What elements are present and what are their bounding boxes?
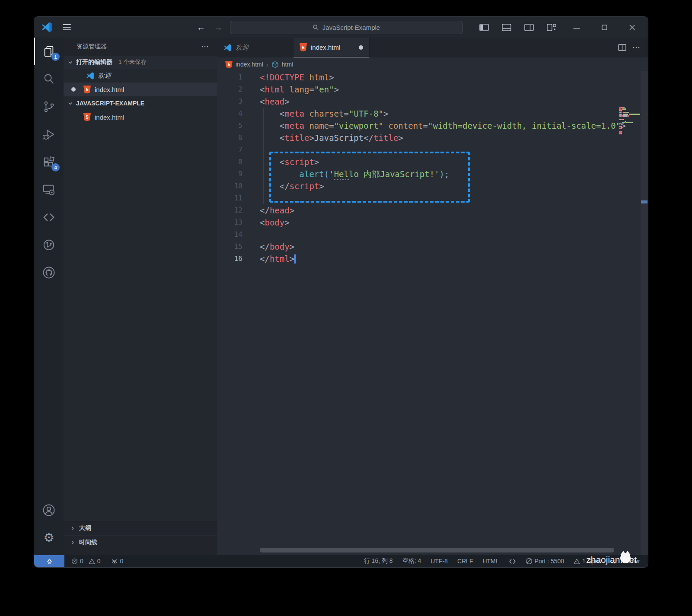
line-number: 2 — [217, 83, 242, 95]
code-line-16[interactable]: 16</html> — [217, 253, 648, 265]
breadcrumb-file[interactable]: index.html — [236, 61, 263, 68]
command-center-search[interactable]: JavaScript-Example — [230, 21, 462, 34]
tab-indexhtml[interactable]: 5 index.html — [293, 38, 370, 57]
status-bar: 0 0 0 行 16, 列 8 空格: 4 UTF-8 CRLF HTML Po… — [34, 555, 648, 567]
line-number: 13 — [217, 216, 242, 229]
open-editor-label: index.html — [95, 86, 124, 93]
line-number: 6 — [217, 132, 242, 144]
error-count: 0 — [80, 558, 83, 565]
activity-explorer[interactable]: 1 — [34, 38, 64, 65]
open-editor-welcome[interactable]: 欢迎 — [64, 69, 217, 83]
open-editors-label: 打开的编辑器 — [76, 58, 112, 66]
open-editor-label: 欢迎 — [98, 72, 111, 80]
breadcrumb-node[interactable]: html — [282, 61, 293, 68]
minimap[interactable] — [619, 107, 640, 167]
activity-github[interactable] — [34, 259, 64, 286]
back-arrow-icon[interactable]: ← — [195, 22, 207, 32]
symbol-cube-icon — [271, 61, 279, 68]
title-bar-right: — — [474, 19, 648, 36]
live-server-port[interactable]: Port : 5500 — [526, 558, 564, 565]
vertical-scrollbar[interactable] — [641, 71, 648, 555]
open-editors-section[interactable]: 打开的编辑器 1 个未保存 — [64, 56, 217, 69]
search-text: JavaScript-Example — [322, 24, 380, 31]
code-line-4[interactable]: 4 <meta charset="UTF-8"> — [217, 108, 648, 120]
menu-icon[interactable] — [63, 24, 71, 30]
breadcrumb: 5 index.html › html — [217, 57, 648, 71]
toggle-sidebar-icon[interactable] — [474, 20, 494, 35]
settings-button[interactable]: ⚙ — [34, 524, 64, 552]
eol-sequence[interactable]: CRLF — [457, 558, 473, 565]
activity-run-debug[interactable] — [34, 121, 64, 148]
activity-live-server[interactable] — [34, 203, 64, 231]
code-editor[interactable]: 1<!DOCTYPE html>2<html lang="en">3<head>… — [217, 71, 648, 555]
code-line-7[interactable]: 7 — [217, 144, 648, 156]
line-content: </script> — [260, 180, 324, 192]
account-icon — [42, 503, 56, 517]
line-number: 1 — [217, 71, 242, 83]
html5-file-icon: 5 — [225, 61, 233, 68]
toggle-secondary-sidebar-icon[interactable] — [519, 20, 539, 35]
code-line-10[interactable]: 10 </script> — [217, 180, 648, 192]
account-button[interactable] — [34, 496, 64, 524]
activity-extensions[interactable]: 4 — [34, 148, 64, 176]
code-line-12[interactable]: 12</head> — [217, 204, 648, 216]
encoding[interactable]: UTF-8 — [431, 558, 448, 565]
debug-icon — [42, 128, 55, 141]
code-line-13[interactable]: 13<body> — [217, 216, 648, 229]
problems-indicator[interactable]: 0 0 — [71, 558, 101, 565]
code-chevrons-icon — [509, 558, 516, 565]
code-line-8[interactable]: 8 <script> — [217, 156, 648, 168]
gear-icon: ⚙ — [43, 532, 54, 544]
open-editor-indexhtml[interactable]: 5 index.html — [64, 83, 217, 96]
code-line-9[interactable]: 9 alert('Hello 内部JavaScript!'); — [217, 168, 648, 180]
modified-dot-icon[interactable] — [359, 45, 363, 50]
warning-icon — [574, 558, 580, 565]
close-button[interactable] — [619, 19, 644, 36]
cursor-position[interactable]: 行 16, 列 8 — [364, 557, 393, 565]
code-line-3[interactable]: 3<head> — [217, 95, 648, 108]
breadcrumb-separator-icon: › — [266, 61, 268, 68]
horizontal-scrollbar[interactable] — [260, 548, 614, 552]
tree-item-indexhtml[interactable]: 5 index.html — [64, 110, 217, 124]
warning-count: 0 — [97, 558, 101, 565]
activity-source-control[interactable] — [34, 93, 64, 121]
title-bar: ← → JavaScript-Example — — [34, 17, 648, 38]
maximize-button[interactable] — [592, 19, 617, 36]
editor-more-actions-icon[interactable]: ⋯ — [632, 43, 641, 52]
timeline-section[interactable]: 时间线 — [64, 536, 217, 549]
customize-layout-icon[interactable] — [542, 20, 561, 35]
code-line-14[interactable]: 14 — [217, 229, 648, 241]
language-mode[interactable]: HTML — [482, 558, 499, 565]
split-editor-icon[interactable] — [618, 44, 626, 51]
outline-section[interactable]: 大纲 — [64, 521, 217, 536]
toggle-panel-icon[interactable] — [497, 20, 517, 35]
github-icon — [42, 266, 56, 279]
sidebar-more-actions-icon[interactable]: ⋯ — [201, 42, 210, 51]
code-line-6[interactable]: 6 <title>JavaScript</title> — [217, 132, 648, 144]
code-line-1[interactable]: 1<!DOCTYPE html> — [217, 71, 648, 83]
sidebar-header: 资源管理器 ⋯ — [64, 38, 217, 56]
forward-arrow-icon[interactable]: → — [213, 22, 224, 32]
activity-remote-explorer[interactable] — [34, 176, 64, 203]
sidebar-bottom-sections: 大纲 时间线 — [64, 521, 217, 555]
html5-file-icon: 5 — [300, 43, 307, 51]
minimize-button[interactable]: — — [564, 19, 589, 36]
ports-indicator[interactable]: 0 — [111, 558, 124, 565]
activity-search[interactable] — [34, 65, 64, 93]
activity-bar: 1 4 — [34, 38, 64, 555]
tab-welcome[interactable]: 欢迎 — [217, 38, 293, 57]
code-line-2[interactable]: 2<html lang="en"> — [217, 83, 648, 95]
code-line-5[interactable]: 5 <meta name="viewport" content="width=d… — [217, 120, 648, 132]
feedback-button[interactable] — [509, 558, 516, 565]
line-content: </html> — [260, 253, 296, 265]
folder-section[interactable]: JAVASCRIPT-EXAMPLE — [64, 96, 217, 110]
remote-explorer-icon — [42, 183, 55, 196]
search-icon — [313, 24, 319, 31]
git-branch-icon — [42, 100, 55, 113]
activity-code-tour[interactable] — [34, 231, 64, 259]
code-line-15[interactable]: 15</body> — [217, 241, 648, 253]
remote-indicator[interactable] — [34, 555, 64, 567]
code-brackets-icon — [42, 211, 55, 224]
code-line-11[interactable]: 11 — [217, 192, 648, 204]
indentation[interactable]: 空格: 4 — [402, 557, 421, 565]
